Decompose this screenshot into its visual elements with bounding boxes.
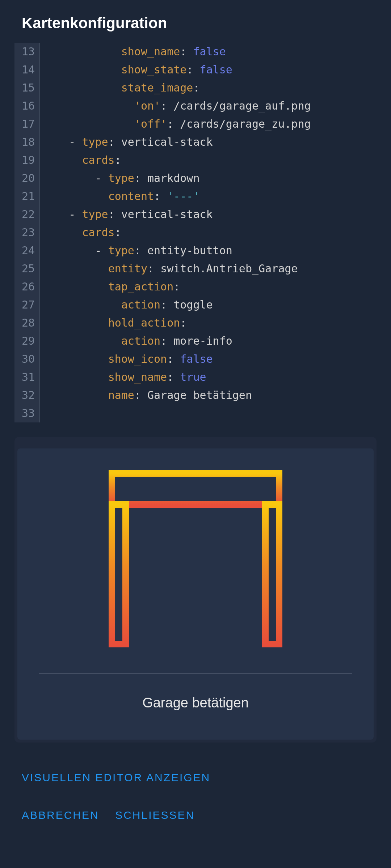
code-line[interactable]: - type: markdown — [43, 169, 311, 187]
code-line[interactable]: 'off': /cards/garage_zu.png — [43, 115, 311, 133]
entity-button-label[interactable]: Garage betätigen — [39, 695, 352, 718]
line-number: 31 — [19, 368, 35, 386]
code-line[interactable]: content: '---' — [43, 187, 311, 205]
code-line[interactable]: show_name: true — [43, 368, 311, 386]
line-number: 28 — [19, 314, 35, 332]
line-number: 27 — [19, 296, 35, 314]
close-button[interactable]: SCHLIESSEN — [115, 809, 195, 821]
code-content[interactable]: show_name: false show_state: false state… — [40, 43, 311, 422]
card-preview-container: Garage betätigen — [14, 437, 377, 743]
line-number: 33 — [19, 404, 35, 422]
code-line[interactable]: tap_action: — [43, 278, 311, 296]
yaml-editor[interactable]: 1314151617181920212223242526272829303132… — [14, 43, 377, 422]
garage-door-icon — [109, 470, 282, 647]
line-number: 13 — [19, 43, 35, 61]
code-line[interactable]: - type: vertical-stack — [43, 205, 311, 224]
line-number: 19 — [19, 151, 35, 169]
code-line[interactable]: show_icon: false — [43, 350, 311, 368]
code-line[interactable]: - type: entity-button — [43, 242, 311, 260]
line-number: 22 — [19, 205, 35, 224]
code-line[interactable]: show_state: false — [43, 61, 311, 79]
code-line[interactable]: name: Garage betätigen — [43, 386, 311, 404]
code-line[interactable]: hold_action: — [43, 314, 311, 332]
line-number: 21 — [19, 187, 35, 205]
code-line[interactable]: state_image: — [43, 79, 311, 97]
cancel-button[interactable]: ABBRECHEN — [22, 809, 99, 821]
line-number: 18 — [19, 133, 35, 151]
svg-rect-1 — [112, 505, 126, 644]
line-number: 16 — [19, 97, 35, 115]
code-line[interactable] — [43, 404, 311, 422]
show-visual-editor-button[interactable]: VISUELLEN EDITOR ANZEIGEN — [22, 771, 210, 784]
code-line[interactable]: - type: vertical-stack — [43, 133, 311, 151]
code-line[interactable]: action: toggle — [43, 296, 311, 314]
line-number: 25 — [19, 260, 35, 278]
line-number: 17 — [19, 115, 35, 133]
line-number: 14 — [19, 61, 35, 79]
line-number: 32 — [19, 386, 35, 404]
line-number: 29 — [19, 332, 35, 350]
line-number: 20 — [19, 169, 35, 187]
code-line[interactable]: cards: — [43, 224, 311, 242]
code-line[interactable]: 'on': /cards/garage_auf.png — [43, 97, 311, 115]
line-number: 26 — [19, 278, 35, 296]
card-preview: Garage betätigen — [17, 448, 374, 740]
page-title: Kartenkonfiguration — [22, 14, 377, 32]
line-number: 24 — [19, 242, 35, 260]
dialog-actions: VISUELLEN EDITOR ANZEIGEN ABBRECHEN SCHL… — [14, 771, 377, 843]
preview-divider — [39, 673, 352, 673]
line-number: 15 — [19, 79, 35, 97]
garage-icon-wrap[interactable] — [39, 463, 352, 665]
code-line[interactable]: cards: — [43, 151, 311, 169]
code-line[interactable]: show_name: false — [43, 43, 311, 61]
svg-rect-2 — [265, 505, 279, 644]
code-line[interactable]: entity: switch.Antrieb_Garage — [43, 260, 311, 278]
line-number: 30 — [19, 350, 35, 368]
line-number-gutter: 1314151617181920212223242526272829303132… — [14, 43, 40, 422]
svg-rect-0 — [112, 473, 279, 505]
line-number: 23 — [19, 224, 35, 242]
code-line[interactable]: action: more-info — [43, 332, 311, 350]
